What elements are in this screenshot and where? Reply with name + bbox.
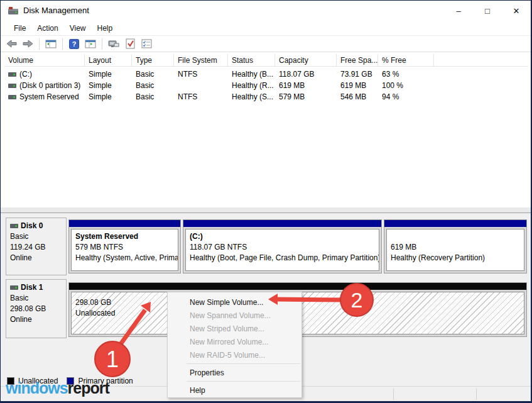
close-button[interactable]: ✕: [502, 1, 531, 21]
cell-layout: Simple: [85, 81, 132, 90]
forward-icon[interactable]: [21, 37, 35, 51]
partition-title: (C:): [190, 232, 375, 241]
partition-size: 579 MB NTFS: [75, 243, 174, 251]
column-header-status[interactable]: Status: [228, 54, 275, 66]
toolbar-separator: [62, 38, 63, 50]
column-header-type[interactable]: Type: [132, 54, 174, 66]
column-header-filesystem[interactable]: File System: [174, 54, 228, 66]
column-header-capacity[interactable]: Capacity: [275, 54, 337, 66]
menu-item-properties[interactable]: Properties: [168, 366, 301, 379]
volume-drive-icon: [8, 84, 16, 88]
toolbar-separator: [39, 38, 40, 50]
disk-name: Disk 1: [21, 283, 43, 292]
cell-status: Healthy (S...: [228, 92, 275, 101]
disk-management-window: Disk Management – □ ✕ File Action View H…: [0, 0, 532, 403]
primary-partition-color-bar: [69, 220, 180, 227]
table-row[interactable]: (C:) Simple Basic NTFS Healthy (B... 118…: [4, 69, 528, 80]
column-header-layout[interactable]: Layout: [85, 54, 132, 66]
windowsreport-watermark: windowsreport: [6, 380, 109, 396]
volume-list: Volume Layout Type File System Status Ca…: [1, 53, 531, 207]
menu-help[interactable]: Help: [92, 22, 119, 35]
disk-name: Disk 0: [21, 221, 43, 230]
menu-item-help[interactable]: Help: [168, 384, 301, 397]
partition-recovery[interactable]: 619 MB Healthy (Recovery Partition): [384, 219, 527, 273]
disk-management-app-icon: [8, 6, 19, 15]
toolbar: ?: [1, 35, 531, 52]
statusbar-divider: [476, 389, 477, 400]
cell-filesystem: NTFS: [174, 92, 228, 101]
checklist-icon[interactable]: [139, 37, 153, 51]
disk-size: 298.08 GB: [10, 304, 62, 313]
cell-pctfree: 63 %: [378, 70, 434, 79]
context-menu: New Simple Volume... New Spanned Volume.…: [167, 292, 302, 398]
cell-capacity: 619 MB: [275, 81, 337, 90]
menu-item-new-spanned-volume: New Spanned Volume...: [168, 309, 301, 322]
disk0-label-box[interactable]: Disk 0 Basic 119.24 GB Online: [6, 218, 67, 275]
minimize-button[interactable]: –: [444, 1, 473, 21]
help-icon[interactable]: ?: [67, 37, 81, 51]
cell-layout: Simple: [85, 70, 132, 79]
show-console-tree-icon[interactable]: [44, 37, 58, 51]
disk-drive-icon: [10, 285, 18, 290]
popup-window-icon[interactable]: [107, 37, 121, 51]
cell-pctfree: 94 %: [378, 92, 434, 101]
disk-kind: Basic: [10, 232, 62, 241]
partition-title: System Reserved: [75, 232, 174, 241]
disk-state: Online: [10, 315, 62, 324]
unallocated-color-bar: [69, 283, 526, 290]
primary-partition-color-bar: [183, 220, 381, 227]
partition-status: Healthy (System, Active, Prima: [75, 253, 174, 262]
volume-drive-icon: [8, 95, 16, 99]
disk-drive-icon: [10, 224, 18, 228]
disk-size: 119.24 GB: [10, 243, 62, 251]
disk1-label-box[interactable]: Disk 1 Basic 298.08 GB Online: [6, 279, 67, 338]
check-document-icon[interactable]: [123, 37, 137, 51]
disk-state: Online: [10, 253, 62, 262]
maximize-button[interactable]: □: [473, 1, 502, 21]
toolbar-separator: [102, 38, 102, 50]
pane-splitter[interactable]: [1, 207, 531, 213]
menu-separator: [187, 381, 300, 382]
table-row[interactable]: (Disk 0 partition 3) Simple Basic Health…: [4, 80, 528, 91]
cell-capacity: 118.07 GB: [275, 70, 337, 79]
menu-separator: [187, 363, 300, 364]
cell-filesystem: NTFS: [174, 70, 228, 79]
cell-volume: (Disk 0 partition 3): [19, 81, 80, 90]
menu-file[interactable]: File: [8, 22, 31, 35]
menu-action[interactable]: Action: [31, 22, 63, 35]
partition-c-drive[interactable]: (C:) 118.07 GB NTFS Healthy (Boot, Page …: [183, 219, 382, 273]
window-title: Disk Management: [23, 6, 89, 15]
partition-system-reserved[interactable]: System Reserved 579 MB NTFS Healthy (Sys…: [68, 219, 181, 273]
menu-view[interactable]: View: [64, 22, 92, 35]
column-header-freespace[interactable]: Free Spa...: [337, 54, 378, 66]
column-header-pctfree[interactable]: % Free: [378, 54, 434, 66]
cell-capacity: 579 MB: [275, 92, 337, 101]
table-row[interactable]: System Reserved Simple Basic NTFS Health…: [4, 91, 528, 102]
disk-kind: Basic: [10, 294, 62, 302]
svg-text:?: ?: [72, 40, 77, 48]
watermark-report: report: [68, 379, 109, 397]
cell-pctfree: 100 %: [378, 81, 434, 90]
menu-bar: File Action View Help: [1, 21, 531, 35]
cell-type: Basic: [132, 81, 174, 90]
cell-status: Healthy (B...: [228, 70, 275, 79]
column-header-volume[interactable]: Volume: [4, 54, 85, 66]
watermark-windows: windows: [6, 379, 68, 397]
partition-status: Healthy (Boot, Page File, Crash Dump, Pr…: [190, 253, 375, 262]
partition-size: 619 MB: [391, 243, 520, 251]
cell-freespace: 546 MB: [337, 92, 378, 101]
primary-partition-color-bar: [384, 220, 526, 227]
back-icon[interactable]: [4, 37, 18, 51]
menu-item-new-simple-volume[interactable]: New Simple Volume...: [168, 295, 301, 309]
show-action-pane-icon[interactable]: [84, 37, 97, 51]
partition-status: Healthy (Recovery Partition): [391, 253, 520, 262]
cell-type: Basic: [132, 92, 174, 101]
cell-status: Healthy (R...: [228, 81, 275, 90]
cell-type: Basic: [132, 70, 174, 79]
cell-freespace: 619 MB: [337, 81, 378, 90]
menu-item-new-raid5-volume: New RAID-5 Volume...: [168, 348, 301, 362]
volume-drive-icon: [8, 72, 16, 77]
volume-table-header: Volume Layout Type File System Status Ca…: [4, 54, 528, 67]
partition-size: 118.07 GB NTFS: [190, 243, 375, 251]
cell-volume: (C:): [19, 70, 32, 79]
